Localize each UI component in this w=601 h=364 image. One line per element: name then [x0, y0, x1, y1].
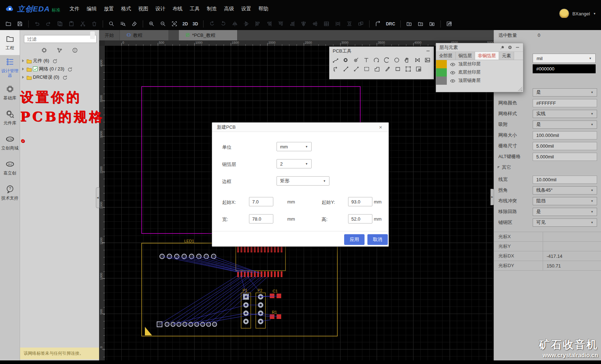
width-input[interactable]	[249, 214, 273, 223]
tool-line-button[interactable]	[342, 65, 350, 73]
eye-icon[interactable]	[450, 62, 455, 67]
smd-pads-c1[interactable]	[270, 294, 281, 298]
tool-text-button[interactable]	[362, 56, 370, 64]
import-changes-button[interactable]	[445, 20, 453, 28]
menu-item-9[interactable]: 高级	[221, 4, 236, 14]
silk-label-p2[interactable]: P2	[258, 288, 262, 292]
checkbox-checked[interactable]	[33, 67, 38, 71]
tool-solid-region-button[interactable]	[363, 65, 371, 73]
tool-panelize-button[interactable]	[415, 65, 422, 73]
height-input[interactable]	[348, 214, 372, 223]
silk-label-c1[interactable]: C1	[273, 289, 278, 293]
unit-select[interactable]: mm▼	[277, 142, 312, 151]
tool-rect-button[interactable]	[394, 65, 402, 73]
tree-row-0[interactable]: 元件 (6)	[21, 56, 98, 65]
layer-color-swatch[interactable]	[436, 68, 447, 77]
tool-circle-button[interactable]	[393, 56, 401, 64]
menu-item-10[interactable]: 设置	[239, 4, 254, 14]
component-filter-icon[interactable]	[41, 47, 47, 53]
eye-icon[interactable]	[450, 78, 455, 84]
silk-label-r1[interactable]: R1	[272, 310, 277, 314]
caret-icon[interactable]	[22, 76, 24, 79]
menu-item-3[interactable]: 格式	[118, 4, 133, 14]
resize-handle[interactable]	[518, 87, 522, 91]
library-g-button[interactable]	[416, 20, 425, 28]
update-footprint-button[interactable]	[374, 20, 382, 28]
tool-group-button[interactable]	[404, 65, 412, 73]
library-b-button[interactable]	[405, 20, 413, 28]
start-x-input[interactable]	[249, 197, 273, 206]
menu-item-5[interactable]: 设计	[153, 4, 168, 14]
sidebar-item-help[interactable]: 技术支持	[0, 180, 20, 205]
property-input[interactable]: 10.000mil	[533, 176, 597, 184]
menu-item-4[interactable]: 视图	[136, 4, 151, 14]
tool-track-button[interactable]	[332, 56, 339, 64]
tab-0[interactable]: 开始	[99, 30, 120, 40]
tool-pad-button[interactable]	[342, 56, 350, 64]
property-select[interactable]: 是▼	[533, 208, 597, 216]
menu-item-1[interactable]: 编辑	[84, 4, 99, 14]
view-3d-button[interactable]: 3D	[192, 20, 199, 28]
menu-item-8[interactable]: 制造	[204, 4, 219, 14]
eye-icon[interactable]	[450, 70, 455, 75]
property-select[interactable]: 线条45°▼	[533, 186, 597, 195]
dialog-titlebar[interactable]: 新建PCB ×	[212, 123, 389, 132]
sidebar-item-chip[interactable]: 基础库	[0, 80, 20, 105]
background-color-field[interactable]: #000000	[533, 64, 596, 73]
tool-measure-button[interactable]	[332, 65, 339, 73]
layer-tab-2[interactable]: 非铜箔层	[475, 52, 499, 60]
property-input[interactable]: #FFFFFF	[533, 99, 597, 107]
user-area[interactable]: BXangel ▼	[559, 9, 596, 19]
smd-pads-r1[interactable]	[270, 314, 281, 319]
refresh-icon[interactable]	[52, 58, 57, 63]
copper-layers-select[interactable]: 2▼	[277, 159, 312, 168]
filter-input[interactable]	[24, 35, 97, 43]
silk-label-led1[interactable]: LED1	[184, 239, 194, 243]
tool-arc-center-button[interactable]	[383, 56, 391, 64]
open-project-button[interactable]	[4, 20, 13, 28]
zoom-in-button[interactable]	[147, 20, 156, 28]
menu-item-11[interactable]: 帮助	[256, 4, 271, 14]
zoom-fit-button[interactable]	[170, 20, 179, 28]
tool-image-button[interactable]	[424, 56, 431, 64]
tree-row-2[interactable]: DRC错误 (0)	[21, 73, 98, 81]
minimize-icon[interactable]	[515, 45, 520, 50]
property-select[interactable]: 是▼	[533, 120, 597, 129]
menu-item-2[interactable]: 放置	[101, 4, 116, 14]
save-button[interactable]	[16, 20, 24, 28]
close-icon[interactable]: ×	[377, 124, 384, 130]
tool-arc-button[interactable]	[372, 56, 380, 64]
tool-via-button[interactable]	[352, 56, 360, 64]
tool-connect-pad-button[interactable]	[352, 65, 360, 73]
layer-row-2[interactable]: 顶层锡膏层	[436, 77, 523, 85]
tab-2[interactable]: *PCB_教程	[179, 30, 238, 40]
property-select[interactable]: 阻挡▼	[533, 197, 597, 205]
zoom-out-button[interactable]	[159, 20, 167, 28]
layers-panel-title[interactable]: 层与元素	[436, 43, 523, 51]
layer-tab-0[interactable]: 全部层	[436, 52, 456, 60]
pcb-tools-title[interactable]: PCB工具	[329, 47, 434, 55]
sidebar-item-jlc[interactable]: 嘉立创	[0, 155, 20, 180]
sidebar-item-design-mgr[interactable]: 设计管理器	[0, 55, 20, 80]
apply-button[interactable]: 应用	[344, 234, 365, 245]
pin-icon[interactable]	[500, 45, 505, 50]
layer-tab-3[interactable]: 元素	[499, 52, 514, 60]
menu-item-0[interactable]: 文件	[67, 4, 82, 14]
refresh-icon[interactable]	[62, 75, 67, 79]
layer-color-swatch[interactable]	[436, 60, 447, 68]
layer-row-1[interactable]: 底层丝印层	[436, 68, 523, 77]
view-2d-button[interactable]: 2D	[182, 20, 189, 28]
cancel-button[interactable]: 取消	[367, 234, 388, 245]
sidebar-item-lcsc[interactable]: 立创商城	[0, 130, 20, 155]
panel-scroll-button[interactable]	[90, 31, 95, 39]
tool-drag-button[interactable]	[403, 56, 411, 64]
tool-copper-area-button[interactable]	[373, 65, 381, 73]
property-select[interactable]: 是▼	[533, 88, 597, 97]
avatar[interactable]	[559, 9, 569, 19]
net-filter-icon[interactable]	[57, 47, 63, 53]
layer-color-swatch[interactable]	[436, 77, 447, 85]
tool-dimension-button[interactable]	[414, 56, 421, 64]
drc-check-button[interactable]: DRC	[385, 20, 396, 28]
tool-cutout-button[interactable]	[383, 65, 391, 73]
property-input[interactable]: 5.000mil	[533, 153, 597, 161]
